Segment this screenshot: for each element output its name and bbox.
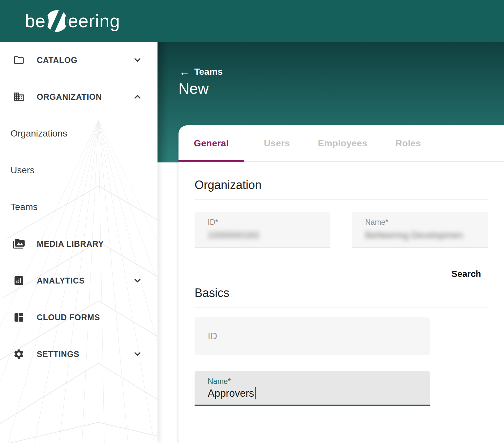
gear-icon [13, 348, 25, 360]
chevron-up-icon [133, 92, 142, 102]
sidebar-item-label: CLOUD FORMS [37, 313, 100, 322]
sidebar-item-cloud-forms[interactable]: CLOUD FORMS [0, 299, 158, 336]
sidebar-item-settings[interactable]: SETTINGS [0, 336, 158, 372]
building-icon [13, 91, 25, 103]
organization-id-label: ID* [208, 218, 218, 227]
folder-icon [13, 54, 25, 66]
back-arrow-icon: ← [179, 67, 190, 77]
organization-section-heading: Organization [195, 178, 262, 192]
chevron-down-icon [133, 55, 142, 65]
tab-employees[interactable]: Employees [310, 125, 375, 161]
sidebar-item-analytics[interactable]: ANALYTICS [0, 262, 158, 299]
sidebar-item-organizations[interactable]: Organizations [0, 115, 158, 152]
brand-logo[interactable]: be eering [25, 10, 120, 32]
tab-bar: General Users Employees Roles [178, 125, 504, 162]
organization-name-value: BeNeering Developmen [365, 230, 463, 241]
basics-id-placeholder: ID [208, 331, 217, 342]
sidebar-item-users[interactable]: Users [0, 152, 158, 189]
sidebar-item-media-library[interactable]: MEDIA LIBRARY [0, 225, 158, 262]
tab-general[interactable]: General [178, 125, 244, 161]
organization-name-field[interactable]: Name* BeNeering Developmen [352, 212, 488, 248]
sidebar-item-label: ORGANIZATION [37, 92, 102, 102]
sidebar-subitem-label: Organizations [10, 128, 67, 139]
search-button[interactable]: Search [451, 267, 482, 281]
page-title: New [178, 80, 209, 97]
sidebar-subitem-label: Teams [10, 202, 37, 212]
basics-section-heading: Basics [195, 286, 229, 300]
tab-roles[interactable]: Roles [375, 125, 441, 161]
sidebar-item-label: SETTINGS [37, 349, 79, 359]
app-window: be eering ← Teams New [0, 0, 504, 443]
sidebar-nav: CATALOG ORGANIZATION Organizations Users [0, 42, 158, 443]
sidebar-item-label: ANALYTICS [37, 276, 85, 285]
tab-users[interactable]: Users [244, 125, 310, 161]
content-card: General Users Employees Roles Organizati… [178, 125, 504, 443]
organization-id-value: 1000000183 [208, 230, 259, 241]
breadcrumb-back-teams[interactable]: ← Teams [179, 67, 223, 77]
section-divider [195, 307, 488, 307]
active-tab-indicator [178, 160, 244, 162]
organization-id-field[interactable]: ID* 1000000183 [195, 212, 330, 248]
sidebar-item-catalog[interactable]: CATALOG [0, 42, 158, 78]
media-library-icon [13, 238, 25, 250]
basics-name-value: Approvers [208, 387, 256, 399]
basics-name-label: Name* [208, 377, 231, 386]
sidebar-item-label: CATALOG [37, 55, 77, 65]
sidebar-menu: CATALOG ORGANIZATION Organizations Users [0, 42, 158, 372]
analytics-icon [13, 275, 25, 286]
breadcrumb-label: Teams [194, 67, 223, 77]
sidebar-subitem-label: Users [10, 165, 34, 176]
cloud-forms-icon [13, 312, 25, 323]
text-cursor [255, 387, 256, 399]
sidebar-item-teams[interactable]: Teams [0, 189, 158, 225]
top-app-bar: be eering [0, 0, 504, 42]
brand-n-icon [46, 10, 68, 32]
chevron-down-icon [133, 276, 142, 285]
brand-logo-suffix: eering [68, 11, 120, 32]
organization-name-label: Name* [365, 218, 388, 227]
basics-name-field[interactable]: Name* Approvers [195, 371, 430, 406]
sidebar-item-label: MEDIA LIBRARY [37, 239, 104, 249]
chevron-down-icon [133, 349, 142, 359]
brand-logo-prefix: be [25, 11, 46, 32]
focus-underline [195, 405, 430, 406]
basics-id-field[interactable]: ID [195, 317, 430, 355]
sidebar-item-organization[interactable]: ORGANIZATION [0, 78, 158, 115]
section-divider [195, 199, 488, 200]
